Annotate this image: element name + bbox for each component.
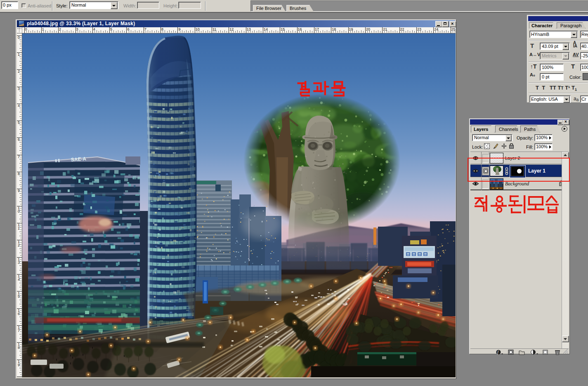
- svg-text:SAE-A: SAE-A: [71, 156, 87, 163]
